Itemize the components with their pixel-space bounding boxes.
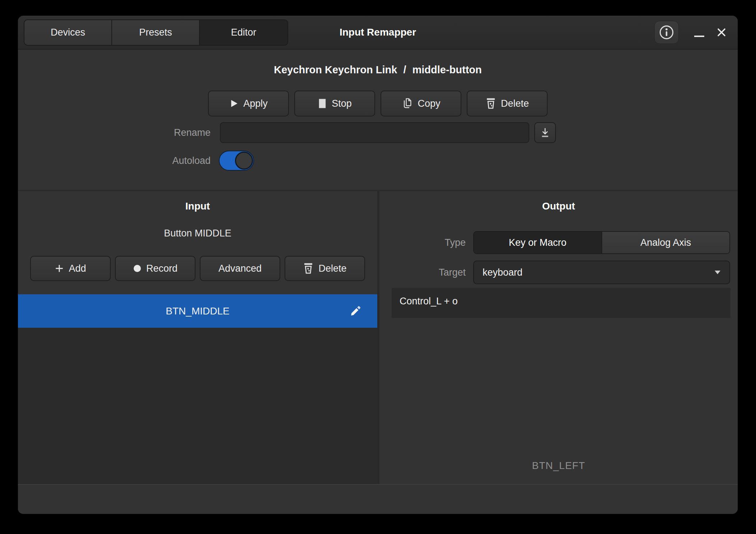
rename-label: Rename (18, 127, 211, 138)
dropdown-caret-icon (714, 270, 721, 275)
info-icon (659, 24, 674, 40)
input-panel-heading: Input (18, 201, 377, 212)
preset-action-row: Apply Stop Copy (18, 91, 738, 116)
target-row: Target keyboard (379, 261, 738, 284)
delete-mapping-button-label: Delete (318, 263, 346, 274)
advanced-button[interactable]: Advanced (200, 256, 280, 281)
apply-button[interactable]: Apply (208, 91, 289, 116)
record-button[interactable]: Record (115, 256, 195, 281)
mapping-code-editor[interactable]: Control_L + o (392, 288, 730, 318)
trash-icon (303, 262, 314, 275)
type-label: Type (379, 237, 466, 248)
target-dropdown-value: keyboard (483, 267, 522, 278)
trash-icon (485, 97, 496, 110)
minimize-button[interactable] (688, 21, 710, 44)
record-icon (133, 264, 142, 273)
autoload-label: Autoload (18, 155, 211, 166)
advanced-button-label: Advanced (218, 263, 262, 274)
plus-icon (55, 264, 64, 273)
bottom-strip (18, 485, 738, 514)
tab-devices[interactable]: Devices (24, 20, 112, 45)
minimize-icon (694, 36, 704, 37)
app-window: Devices Presets Editor Input Remapper (18, 16, 738, 514)
mapping-list: BTN_MIDDLE (18, 294, 377, 484)
breadcrumb-separator: / (403, 64, 406, 76)
view-tab-group: Devices Presets Editor (24, 19, 288, 46)
save-arrow-icon (540, 127, 550, 138)
copy-icon (401, 97, 413, 110)
delete-mapping-button[interactable]: Delete (285, 256, 365, 281)
add-button-label: Add (69, 263, 86, 274)
record-button-label: Record (146, 263, 178, 274)
autoload-row: Autoload (18, 150, 738, 171)
type-segmented-control: Key or Macro Analog Axis (473, 231, 730, 254)
switch-knob (235, 152, 253, 170)
mapping-row-btn-middle[interactable]: BTN_MIDDLE (18, 294, 377, 328)
header-bar: Devices Presets Editor Input Remapper (18, 16, 738, 50)
window-controls (654, 21, 738, 44)
rename-row: Rename (18, 122, 738, 143)
target-dropdown[interactable]: keyboard (473, 261, 730, 284)
stop-button-label: Stop (332, 98, 352, 109)
breadcrumb-preset-name: middle-button (412, 64, 482, 76)
rename-apply-button[interactable] (534, 122, 556, 143)
stop-icon (318, 98, 327, 109)
input-panel: Input Button MIDDLE Add Record (18, 191, 377, 484)
tab-presets[interactable]: Presets (112, 20, 200, 45)
input-event-label: Button MIDDLE (18, 228, 377, 239)
output-panel-heading: Output (379, 201, 738, 212)
rename-input[interactable] (220, 122, 529, 143)
stop-button[interactable]: Stop (294, 91, 375, 116)
preset-section: Keychron Keychron Link / middle-button A… (18, 50, 738, 191)
edit-pencil-icon[interactable] (349, 305, 361, 317)
type-row: Type Key or Macro Analog Axis (379, 231, 738, 254)
recording-status-label: BTN_LEFT (379, 460, 738, 471)
add-button[interactable]: Add (30, 256, 111, 281)
delete-preset-button-label: Delete (501, 98, 529, 109)
segment-key-or-macro[interactable]: Key or Macro (474, 232, 601, 253)
target-label: Target (379, 267, 466, 278)
delete-preset-button[interactable]: Delete (467, 91, 548, 116)
play-icon (229, 98, 239, 109)
about-button[interactable] (654, 21, 679, 44)
input-toolbar: Add Record Advanced (18, 256, 377, 281)
mapping-row-label: BTN_MIDDLE (166, 305, 229, 317)
close-icon (715, 26, 728, 39)
copy-button[interactable]: Copy (381, 91, 461, 116)
apply-button-label: Apply (243, 98, 268, 109)
autoload-switch[interactable] (219, 151, 254, 171)
segment-analog-axis[interactable]: Analog Axis (601, 232, 730, 253)
editor-panels: Input Button MIDDLE Add Record (18, 191, 738, 484)
output-panel: Output Type Key or Macro Analog Axis Tar… (379, 191, 738, 484)
breadcrumb: Keychron Keychron Link / middle-button (18, 64, 738, 76)
window-title: Input Remapper (340, 27, 416, 38)
close-button[interactable] (710, 21, 733, 44)
breadcrumb-device-group: Keychron Keychron Link (274, 64, 397, 76)
copy-button-label: Copy (418, 98, 440, 109)
tab-editor[interactable]: Editor (200, 20, 287, 45)
